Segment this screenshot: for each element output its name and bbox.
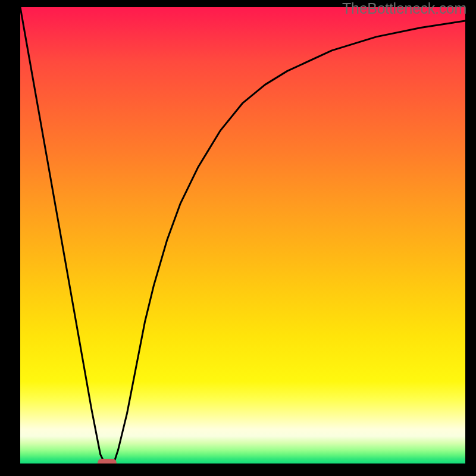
watermark-text: TheBottleneck.com bbox=[342, 0, 466, 17]
chart-svg bbox=[20, 7, 465, 464]
plot-area bbox=[20, 7, 465, 464]
chart-frame: TheBottleneck.com bbox=[0, 0, 476, 476]
bottleneck-curve bbox=[20, 7, 465, 464]
minimum-marker bbox=[98, 459, 117, 464]
